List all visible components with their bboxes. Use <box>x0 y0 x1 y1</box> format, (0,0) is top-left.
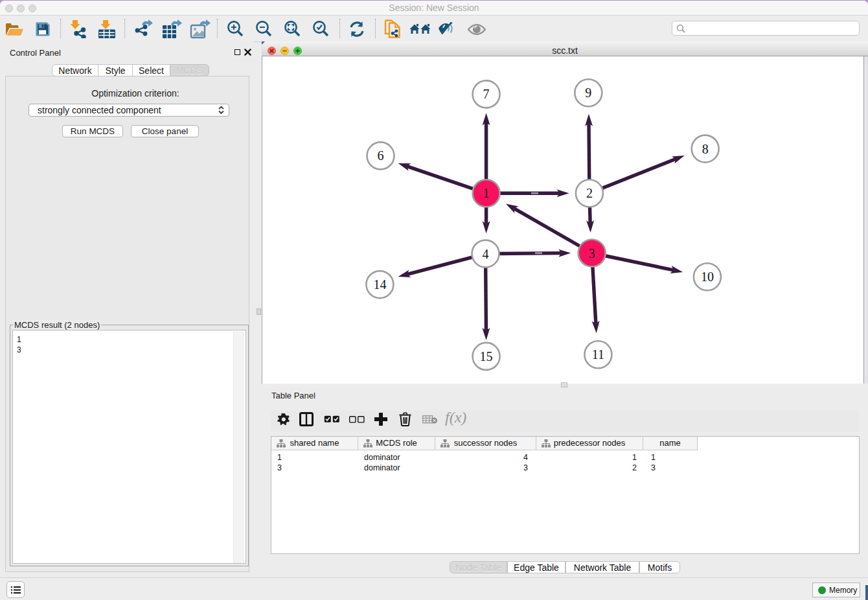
svg-text:14: 14 <box>373 277 386 292</box>
svg-text:6: 6 <box>378 148 384 163</box>
svg-text:11: 11 <box>592 347 604 362</box>
svg-text:2: 2 <box>586 186 593 200</box>
svg-text:15: 15 <box>480 349 493 363</box>
svg-text:9: 9 <box>585 86 591 100</box>
svg-text:8: 8 <box>702 142 709 156</box>
svg-text:10: 10 <box>701 270 714 284</box>
svg-text:7: 7 <box>483 87 490 101</box>
svg-text:1: 1 <box>483 186 490 200</box>
svg-text:4: 4 <box>483 247 489 261</box>
svg-text:3: 3 <box>589 246 595 260</box>
